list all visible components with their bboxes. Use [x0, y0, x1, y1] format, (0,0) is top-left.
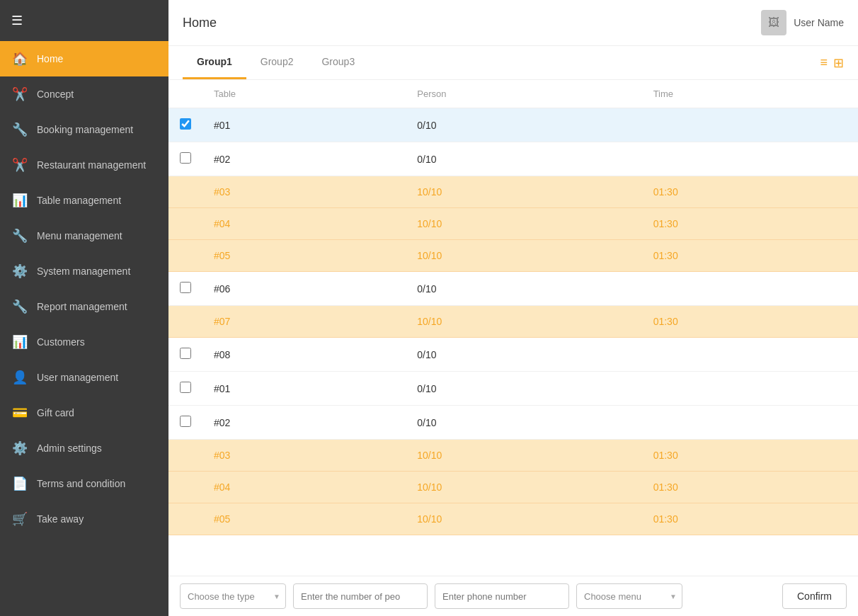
hamburger-icon[interactable]: ☰: [11, 13, 23, 28]
row-table-id: #03: [202, 440, 406, 472]
row-person: 0/10: [406, 406, 641, 440]
row-time: 01:30: [642, 240, 858, 272]
sidebar-label-table: Table management: [37, 195, 121, 206]
table-row[interactable]: #010/10: [168, 372, 858, 406]
row-person: 10/10: [406, 176, 641, 208]
row-person: 10/10: [406, 472, 641, 503]
sidebar-item-home[interactable]: 🏠 Home: [0, 41, 168, 76]
row-time: [642, 372, 858, 406]
row-checkbox-cell: [168, 272, 202, 306]
person-count-input[interactable]: [293, 583, 428, 609]
table-row[interactable]: #0410/1001:30: [168, 208, 858, 240]
sidebar-label-restaurant: Restaurant management: [37, 159, 146, 171]
tab-group2[interactable]: Group2: [246, 46, 308, 79]
sidebar-label-system: System management: [37, 266, 130, 277]
sidebar-item-takeaway[interactable]: 🛒 Take away: [0, 501, 168, 537]
row-checkbox-cell: [168, 440, 202, 472]
data-table: TablePersonTime #010/10#020/10#0310/1001…: [168, 80, 858, 535]
main-content: Home 🖼 User Name Group1Group2Group3 ≡ ⊞ …: [168, 0, 858, 616]
restaurant-icon: ✂️: [11, 157, 28, 173]
tabs-bar: Group1Group2Group3 ≡ ⊞: [168, 46, 858, 80]
row-checkbox[interactable]: [180, 416, 191, 427]
table-row[interactable]: #060/10: [168, 272, 858, 306]
row-time: [642, 406, 858, 440]
sidebar-item-user[interactable]: 👤 User management: [0, 360, 168, 395]
sidebar: ☰ 🏠 Home ✂️ Concept 🔧 Booking management…: [0, 0, 168, 616]
sidebar-label-menu: Menu management: [37, 230, 122, 241]
sidebar-item-terms[interactable]: 📄 Terms and condition: [0, 466, 168, 501]
table-row[interactable]: #010/10: [168, 108, 858, 142]
view-icons: ≡ ⊞: [820, 55, 844, 71]
row-checkbox-cell: [168, 406, 202, 440]
table-area: TablePersonTime #010/10#020/10#0310/1001…: [168, 80, 858, 576]
table-row[interactable]: #080/10: [168, 338, 858, 372]
terms-icon: 📄: [11, 476, 28, 491]
sidebar-item-customers[interactable]: 📊 Customers: [0, 324, 168, 360]
sidebar-item-concept[interactable]: ✂️ Concept: [0, 76, 168, 112]
list-view-icon[interactable]: ≡: [820, 55, 828, 70]
giftcard-icon: 💳: [11, 405, 28, 421]
row-checkbox[interactable]: [180, 118, 191, 130]
table-row[interactable]: #0310/1001:30: [168, 440, 858, 472]
report-icon: 🔧: [11, 299, 28, 314]
type-select[interactable]: Choose the type: [180, 583, 286, 609]
row-person: 0/10: [406, 272, 641, 306]
row-checkbox[interactable]: [180, 152, 191, 164]
sidebar-item-report[interactable]: 🔧 Report management: [0, 289, 168, 324]
sidebar-item-menu[interactable]: 🔧 Menu management: [0, 218, 168, 253]
tab-group1[interactable]: Group1: [183, 46, 246, 79]
table-row[interactable]: #0510/1001:30: [168, 503, 858, 535]
sidebar-label-home: Home: [37, 53, 63, 64]
row-person: 0/10: [406, 372, 641, 406]
row-time: 01:30: [642, 503, 858, 535]
row-table-id: #02: [202, 406, 406, 440]
row-checkbox[interactable]: [180, 282, 191, 293]
table-row[interactable]: #0310/1001:30: [168, 176, 858, 208]
sidebar-label-booking: Booking management: [37, 124, 133, 135]
grid-view-icon[interactable]: ⊞: [833, 55, 844, 71]
row-time: [642, 338, 858, 372]
table-icon: 📊: [11, 193, 28, 208]
row-person: 10/10: [406, 240, 641, 272]
tab-group3[interactable]: Group3: [307, 46, 369, 79]
sidebar-label-customers: Customers: [37, 336, 85, 348]
row-checkbox-cell: [168, 142, 202, 176]
row-person: 10/10: [406, 440, 641, 472]
col-person: Person: [406, 80, 641, 108]
sidebar-item-admin[interactable]: ⚙️ Admin settings: [0, 430, 168, 466]
sidebar-item-restaurant[interactable]: ✂️ Restaurant management: [0, 147, 168, 183]
sidebar-item-giftcard[interactable]: 💳 Gift card: [0, 395, 168, 430]
sidebar-item-booking[interactable]: 🔧 Booking management: [0, 112, 168, 147]
table-row[interactable]: #0510/1001:30: [168, 240, 858, 272]
admin-icon: ⚙️: [11, 440, 28, 456]
menu-select[interactable]: Choose menu: [576, 583, 682, 609]
home-icon: 🏠: [11, 51, 28, 67]
row-time: [642, 272, 858, 306]
row-checkbox-cell: [168, 240, 202, 272]
row-table-id: #05: [202, 503, 406, 535]
row-table-id: #05: [202, 240, 406, 272]
customers-icon: 📊: [11, 334, 28, 350]
row-checkbox-cell: [168, 338, 202, 372]
confirm-button[interactable]: Confirm: [782, 583, 847, 609]
concept-icon: ✂️: [11, 86, 28, 102]
row-person: 10/10: [406, 208, 641, 240]
row-checkbox-cell: [168, 306, 202, 338]
table-row[interactable]: #020/10: [168, 406, 858, 440]
phone-input[interactable]: [435, 583, 569, 609]
system-icon: ⚙️: [11, 263, 28, 279]
row-table-id: #04: [202, 208, 406, 240]
row-checkbox-cell: [168, 503, 202, 535]
user-icon: 👤: [11, 370, 28, 385]
row-person: 0/10: [406, 338, 641, 372]
table-row[interactable]: #020/10: [168, 142, 858, 176]
sidebar-header: ☰: [0, 0, 168, 41]
sidebar-item-system[interactable]: ⚙️ System management: [0, 253, 168, 289]
sidebar-label-giftcard: Gift card: [37, 407, 74, 418]
table-row[interactable]: #0710/1001:30: [168, 306, 858, 338]
sidebar-item-table[interactable]: 📊 Table management: [0, 183, 168, 218]
row-checkbox[interactable]: [180, 348, 191, 359]
col-checkbox: [168, 80, 202, 108]
row-checkbox[interactable]: [180, 382, 191, 393]
table-row[interactable]: #0410/1001:30: [168, 472, 858, 503]
